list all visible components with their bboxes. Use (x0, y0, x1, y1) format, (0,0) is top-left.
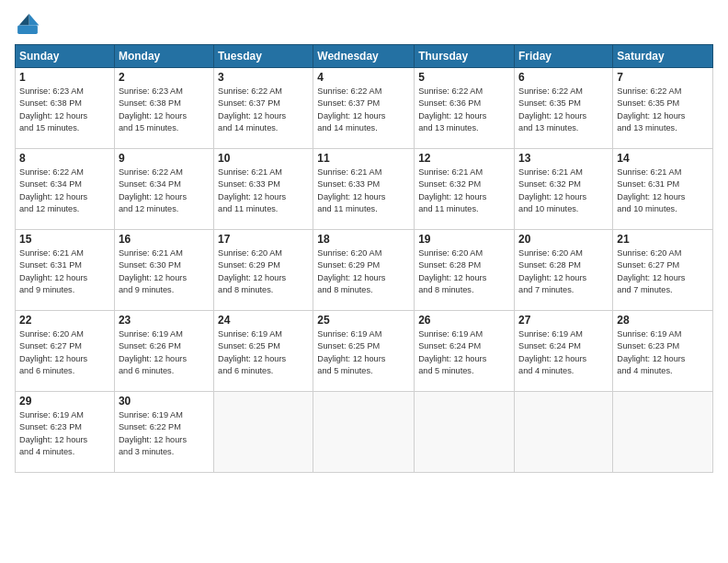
day-info: Sunrise: 6:19 AM Sunset: 6:23 PM Dayligh… (617, 328, 709, 377)
weekday-header-monday: Monday (114, 45, 213, 68)
header (15, 11, 713, 37)
calendar-cell: 26Sunrise: 6:19 AM Sunset: 6:24 PM Dayli… (415, 311, 515, 392)
calendar-week-4: 22Sunrise: 6:20 AM Sunset: 6:27 PM Dayli… (16, 311, 713, 392)
calendar-cell: 11Sunrise: 6:21 AM Sunset: 6:33 PM Dayli… (313, 149, 415, 230)
day-info: Sunrise: 6:20 AM Sunset: 6:29 PM Dayligh… (218, 247, 309, 296)
day-info: Sunrise: 6:20 AM Sunset: 6:28 PM Dayligh… (418, 247, 510, 296)
day-info: Sunrise: 6:21 AM Sunset: 6:33 PM Dayligh… (218, 167, 309, 215)
day-number: 19 (418, 233, 510, 246)
day-info: Sunrise: 6:20 AM Sunset: 6:27 PM Dayligh… (617, 247, 709, 296)
day-number: 10 (218, 152, 309, 165)
day-info: Sunrise: 6:21 AM Sunset: 6:32 PM Dayligh… (418, 167, 510, 215)
svg-marker-1 (19, 14, 29, 25)
day-info: Sunrise: 6:22 AM Sunset: 6:34 PM Dayligh… (19, 167, 110, 215)
calendar-cell: 3Sunrise: 6:22 AM Sunset: 6:37 PM Daylig… (214, 68, 313, 149)
svg-rect-2 (17, 26, 38, 34)
day-info: Sunrise: 6:21 AM Sunset: 6:30 PM Dayligh… (119, 247, 210, 296)
day-number: 12 (418, 152, 510, 165)
calendar-cell: 15Sunrise: 6:21 AM Sunset: 6:31 PM Dayli… (16, 230, 115, 311)
calendar-cell: 19Sunrise: 6:20 AM Sunset: 6:28 PM Dayli… (415, 230, 515, 311)
weekday-header-friday: Friday (515, 45, 613, 68)
day-number: 28 (617, 314, 709, 327)
calendar-cell (515, 392, 613, 473)
day-number: 25 (317, 314, 410, 327)
calendar-cell: 7Sunrise: 6:22 AM Sunset: 6:35 PM Daylig… (613, 68, 713, 149)
page: SundayMondayTuesdayWednesdayThursdayFrid… (0, 0, 728, 563)
calendar-cell: 20Sunrise: 6:20 AM Sunset: 6:28 PM Dayli… (515, 230, 613, 311)
day-number: 3 (218, 71, 309, 84)
weekday-header-saturday: Saturday (613, 45, 713, 68)
day-number: 24 (218, 314, 309, 327)
calendar-cell: 18Sunrise: 6:20 AM Sunset: 6:29 PM Dayli… (313, 230, 415, 311)
weekday-header-wednesday: Wednesday (313, 45, 415, 68)
calendar-cell: 8Sunrise: 6:22 AM Sunset: 6:34 PM Daylig… (16, 149, 115, 230)
weekday-header-thursday: Thursday (415, 45, 515, 68)
day-number: 29 (19, 395, 110, 408)
calendar-cell: 6Sunrise: 6:22 AM Sunset: 6:35 PM Daylig… (515, 68, 613, 149)
day-number: 17 (218, 233, 309, 246)
calendar-cell: 29Sunrise: 6:19 AM Sunset: 6:23 PM Dayli… (16, 392, 115, 473)
day-number: 30 (119, 395, 210, 408)
calendar-cell: 12Sunrise: 6:21 AM Sunset: 6:32 PM Dayli… (415, 149, 515, 230)
day-number: 15 (19, 233, 110, 246)
calendar-cell: 14Sunrise: 6:21 AM Sunset: 6:31 PM Dayli… (613, 149, 713, 230)
calendar-cell: 5Sunrise: 6:22 AM Sunset: 6:36 PM Daylig… (415, 68, 515, 149)
calendar-week-1: 1Sunrise: 6:23 AM Sunset: 6:38 PM Daylig… (16, 68, 713, 149)
day-number: 8 (19, 152, 110, 165)
day-number: 5 (418, 71, 510, 84)
calendar-cell: 9Sunrise: 6:22 AM Sunset: 6:34 PM Daylig… (114, 149, 213, 230)
day-info: Sunrise: 6:21 AM Sunset: 6:33 PM Dayligh… (317, 167, 410, 215)
day-info: Sunrise: 6:23 AM Sunset: 6:38 PM Dayligh… (119, 86, 210, 134)
calendar-cell: 13Sunrise: 6:21 AM Sunset: 6:32 PM Dayli… (515, 149, 613, 230)
calendar-cell: 1Sunrise: 6:23 AM Sunset: 6:38 PM Daylig… (16, 68, 115, 149)
calendar-cell: 22Sunrise: 6:20 AM Sunset: 6:27 PM Dayli… (16, 311, 115, 392)
day-number: 21 (617, 233, 709, 246)
day-info: Sunrise: 6:22 AM Sunset: 6:37 PM Dayligh… (218, 86, 309, 134)
day-info: Sunrise: 6:22 AM Sunset: 6:35 PM Dayligh… (518, 86, 609, 134)
day-number: 20 (518, 233, 609, 246)
day-info: Sunrise: 6:19 AM Sunset: 6:26 PM Dayligh… (119, 328, 210, 377)
day-number: 22 (19, 314, 110, 327)
day-number: 2 (119, 71, 210, 84)
day-number: 27 (518, 314, 609, 327)
day-info: Sunrise: 6:20 AM Sunset: 6:28 PM Dayligh… (518, 247, 609, 296)
calendar-cell (313, 392, 415, 473)
day-number: 18 (317, 233, 410, 246)
calendar-cell: 23Sunrise: 6:19 AM Sunset: 6:26 PM Dayli… (114, 311, 213, 392)
calendar-week-2: 8Sunrise: 6:22 AM Sunset: 6:34 PM Daylig… (16, 149, 713, 230)
day-info: Sunrise: 6:21 AM Sunset: 6:32 PM Dayligh… (518, 167, 609, 215)
day-info: Sunrise: 6:19 AM Sunset: 6:22 PM Dayligh… (119, 409, 210, 458)
day-number: 1 (19, 71, 110, 84)
day-info: Sunrise: 6:21 AM Sunset: 6:31 PM Dayligh… (19, 247, 110, 296)
calendar-table: SundayMondayTuesdayWednesdayThursdayFrid… (15, 44, 713, 473)
calendar-cell: 30Sunrise: 6:19 AM Sunset: 6:22 PM Dayli… (114, 392, 213, 473)
calendar-cell (613, 392, 713, 473)
calendar-cell (415, 392, 515, 473)
day-number: 14 (617, 152, 709, 165)
calendar-body: 1Sunrise: 6:23 AM Sunset: 6:38 PM Daylig… (16, 68, 713, 473)
weekday-header-tuesday: Tuesday (214, 45, 313, 68)
calendar-cell: 27Sunrise: 6:19 AM Sunset: 6:24 PM Dayli… (515, 311, 613, 392)
svg-marker-0 (29, 14, 40, 25)
day-info: Sunrise: 6:19 AM Sunset: 6:24 PM Dayligh… (518, 328, 609, 377)
day-info: Sunrise: 6:23 AM Sunset: 6:38 PM Dayligh… (19, 86, 110, 134)
day-number: 26 (418, 314, 510, 327)
day-info: Sunrise: 6:19 AM Sunset: 6:25 PM Dayligh… (218, 328, 309, 377)
weekday-row: SundayMondayTuesdayWednesdayThursdayFrid… (16, 45, 713, 68)
day-info: Sunrise: 6:22 AM Sunset: 6:37 PM Dayligh… (317, 86, 410, 134)
calendar-week-5: 29Sunrise: 6:19 AM Sunset: 6:23 PM Dayli… (16, 392, 713, 473)
day-number: 4 (317, 71, 410, 84)
calendar-cell: 21Sunrise: 6:20 AM Sunset: 6:27 PM Dayli… (613, 230, 713, 311)
calendar-cell: 25Sunrise: 6:19 AM Sunset: 6:25 PM Dayli… (313, 311, 415, 392)
calendar-week-3: 15Sunrise: 6:21 AM Sunset: 6:31 PM Dayli… (16, 230, 713, 311)
day-info: Sunrise: 6:22 AM Sunset: 6:35 PM Dayligh… (617, 86, 709, 134)
logo-icon (15, 11, 40, 37)
day-info: Sunrise: 6:21 AM Sunset: 6:31 PM Dayligh… (617, 167, 709, 215)
calendar-cell: 4Sunrise: 6:22 AM Sunset: 6:37 PM Daylig… (313, 68, 415, 149)
calendar-cell: 24Sunrise: 6:19 AM Sunset: 6:25 PM Dayli… (214, 311, 313, 392)
weekday-header-sunday: Sunday (16, 45, 115, 68)
calendar-cell: 17Sunrise: 6:20 AM Sunset: 6:29 PM Dayli… (214, 230, 313, 311)
day-number: 23 (119, 314, 210, 327)
day-number: 6 (518, 71, 609, 84)
day-info: Sunrise: 6:20 AM Sunset: 6:27 PM Dayligh… (19, 328, 110, 377)
